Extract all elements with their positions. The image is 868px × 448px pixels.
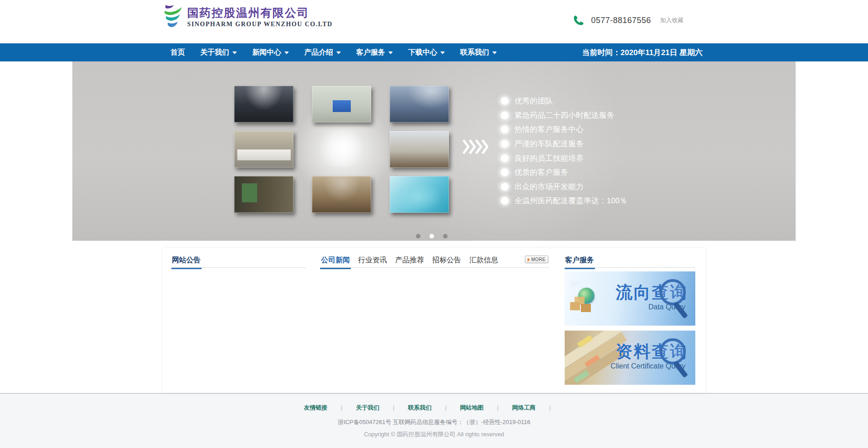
magnifier-icon	[653, 278, 691, 321]
slide-thumbnail-grid	[234, 86, 449, 213]
service-panel-title: 客户服务	[565, 256, 595, 269]
feature-item: 热情的客户服务中心	[501, 122, 627, 137]
hero-slider: 优秀的团队 紧急药品二十四小时配送服务 热情的客户服务中心 严谨的车队配送服务 …	[0, 61, 868, 241]
feature-list: 优秀的团队 紧急药品二十四小时配送服务 热情的客户服务中心 严谨的车队配送服务 …	[501, 94, 627, 208]
tab-industry-info[interactable]: 行业资讯	[357, 256, 388, 268]
separator: |	[445, 405, 446, 411]
more-arrow-icon	[528, 258, 530, 261]
customer-service-panel: 客户服务 流向查询 Data Query 资料查询 Client Certifi…	[565, 256, 695, 385]
separator: |	[341, 405, 342, 411]
company-name-en: SINOPHARM GROUP WENZHOU CO.LTD	[187, 21, 333, 28]
slider-dot-2-active[interactable]	[429, 234, 434, 238]
tab-remittance-info[interactable]: 汇款信息	[468, 256, 499, 268]
bullet-icon	[501, 112, 509, 119]
footer-link-network-business[interactable]: 网络工商	[512, 404, 536, 412]
slide-thumb-training-room[interactable]	[390, 131, 449, 168]
bullet-icon	[501, 97, 509, 105]
nav-item-products[interactable]: 产品介绍	[297, 43, 349, 61]
more-button[interactable]: MORE	[525, 256, 548, 263]
slide-thumb-coverage-map[interactable]	[390, 176, 449, 213]
nav-item-home[interactable]: 首页	[163, 43, 193, 61]
site-footer: 友情链接| 关于我们| 联系我们| 网站地图| 网络工商| 浙ICP备05047…	[0, 393, 868, 448]
main-nav: 首页 关于我们 新闻中心 产品介绍 客户服务 下载中心 联系我们 当前时间：20…	[0, 43, 868, 61]
feature-item: 全温州医药配送覆盖率达：100％	[501, 194, 627, 208]
announcement-list	[171, 268, 306, 376]
nav-item-download[interactable]: 下载中心	[401, 43, 453, 61]
slide-thumb-office-cubicles[interactable]	[390, 86, 449, 122]
slide-thumb-medicine-coolbox[interactable]	[312, 86, 371, 122]
bullet-icon	[501, 197, 509, 205]
slider-pagination	[416, 234, 448, 238]
logo-mark-icon	[163, 4, 183, 30]
copyright-text: Copyright © 国药控股温州有限公司 All rights reserv…	[0, 430, 868, 439]
footer-link-about[interactable]: 关于我们	[356, 404, 379, 412]
chevrons-right-icon	[462, 139, 488, 156]
slide-thumb-warehouse[interactable]	[234, 176, 293, 213]
icp-record-text: 浙ICP备05047261号 互联网药品信息服务编号：（浙）-经营性-2019-…	[0, 418, 868, 426]
company-logo[interactable]: 国药控股温州有限公司 SINOPHARM GROUP WENZHOU CO.LT…	[163, 4, 333, 30]
slider-dot-1[interactable]	[416, 234, 420, 238]
grid-empty-cell	[312, 131, 371, 168]
tab-product-recommend[interactable]: 产品推荐	[394, 256, 425, 268]
nav-item-news[interactable]: 新闻中心	[245, 43, 297, 61]
feature-item: 严谨的车队配送服务	[501, 137, 627, 151]
nav-item-service[interactable]: 客户服务	[349, 43, 401, 61]
site-header: 国药控股温州有限公司 SINOPHARM GROUP WENZHOU CO.LT…	[0, 0, 868, 43]
slider-dot-3[interactable]	[443, 234, 448, 238]
bullet-icon	[501, 183, 509, 191]
footer-link-sitemap[interactable]: 网站地图	[460, 404, 484, 412]
footer-link-friendly-links[interactable]: 友情链接	[304, 404, 327, 412]
separator: |	[549, 405, 551, 411]
globe-illustration	[578, 288, 594, 304]
feature-item: 优质的客户服务	[501, 165, 627, 180]
tab-bid-notice[interactable]: 招标公告	[431, 256, 462, 268]
magnifier-icon	[653, 337, 691, 380]
bullet-icon	[501, 126, 509, 133]
dropdown-arrow-icon	[492, 51, 497, 54]
site-announcement-panel: 网站公告	[171, 256, 306, 376]
feature-item: 出众的市场开发能力	[501, 180, 627, 194]
airplane-illustration	[571, 279, 583, 288]
phone-icon	[573, 14, 585, 26]
dropdown-arrow-icon	[440, 51, 445, 54]
feature-item: 优秀的团队	[501, 94, 627, 108]
dropdown-arrow-icon	[388, 51, 393, 54]
news-list	[320, 268, 549, 376]
tab-company-news[interactable]: 公司新闻	[320, 256, 351, 269]
bullet-icon	[501, 168, 509, 176]
news-tabs: 公司新闻 行业资讯 产品推荐 招标公告 汇款信息	[320, 256, 549, 268]
main-content: 网站公告 公司新闻 行业资讯 产品推荐 招标公告 汇款信息 MORE 客户服务	[163, 248, 705, 393]
nav-item-contact[interactable]: 联系我们	[453, 43, 505, 61]
announcement-panel-title: 网站公告	[171, 256, 202, 269]
feature-item: 良好的员工技能培养	[501, 151, 627, 165]
slide-thumb-van-fleet[interactable]	[234, 131, 293, 168]
separator: |	[393, 405, 394, 411]
slide-thumb-lounge-discussion[interactable]	[312, 176, 371, 213]
cargo-crates-illustration	[570, 302, 580, 310]
data-query-banner[interactable]: 流向查询 Data Query	[565, 271, 695, 326]
nav-item-about[interactable]: 关于我们	[193, 43, 245, 61]
slider-stage: 优秀的团队 紧急药品二十四小时配送服务 热情的客户服务中心 严谨的车队配送服务 …	[72, 61, 796, 241]
news-panel: 公司新闻 行业资讯 产品推荐 招标公告 汇款信息 MORE	[320, 256, 549, 376]
separator: |	[497, 405, 499, 411]
footer-link-contact[interactable]: 联系我们	[408, 404, 431, 412]
slide-thumb-meeting-room[interactable]	[234, 86, 293, 122]
bullet-icon	[501, 154, 509, 162]
dropdown-arrow-icon	[232, 51, 237, 54]
footer-links: 友情链接| 关于我们| 联系我们| 网站地图| 网络工商|	[0, 394, 868, 412]
phone-number: 0577-88167556	[591, 16, 651, 25]
bullet-icon	[501, 140, 509, 148]
certificate-query-banner[interactable]: 资料查询 Client Certificate Query	[565, 331, 695, 385]
add-favorite-link[interactable]: 加入收藏	[660, 16, 684, 24]
feature-item: 紧急药品二十四小时配送服务	[501, 108, 627, 123]
company-name: 国药控股温州有限公司	[187, 6, 333, 19]
dropdown-arrow-icon	[284, 51, 289, 54]
current-datetime: 当前时间：2020年11月21日 星期六	[582, 43, 703, 61]
dropdown-arrow-icon	[336, 51, 341, 54]
